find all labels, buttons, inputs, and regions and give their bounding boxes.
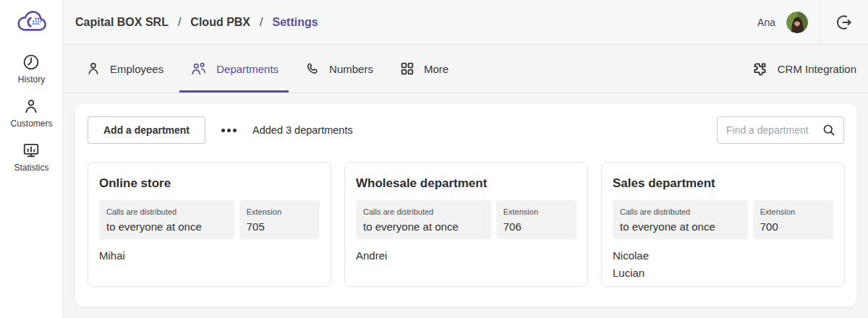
- search-box: [717, 116, 844, 144]
- extension-value: 705: [247, 220, 312, 233]
- tab-label: CRM Integration: [778, 63, 856, 75]
- department-card[interactable]: Online store Calls are distributed to ev…: [88, 162, 331, 287]
- crm-integration-button[interactable]: CRM Integration: [741, 45, 856, 93]
- search-input[interactable]: [726, 124, 822, 136]
- user-avatar[interactable]: [786, 12, 808, 33]
- call-distribution-box: Calls are distributed to everyone at onc…: [99, 200, 234, 239]
- extension-box: Extension 705: [239, 200, 320, 239]
- distribution-value: to everyone at once: [106, 220, 227, 233]
- sidebar-item-statistics[interactable]: Statistics: [14, 141, 48, 173]
- departments-panel: Add a department Added 3 departments: [75, 104, 856, 306]
- tab-bar: Employees Departments Numbers More: [64, 45, 868, 93]
- main-area: Capital BOX SRL / Cloud PBX / Settings A…: [64, 0, 868, 318]
- cloud-phone-logo-icon: [15, 7, 48, 38]
- sidebar-item-label: Customers: [10, 119, 52, 129]
- breadcrumb-account[interactable]: Capital BOX SRL: [75, 16, 169, 29]
- more-options-button[interactable]: [217, 124, 241, 137]
- member-list: NicolaeLucian: [613, 247, 833, 282]
- department-info-row: Calls are distributed to everyone at onc…: [99, 200, 320, 239]
- distribution-label: Calls are distributed: [363, 207, 484, 216]
- extension-label: Extension: [760, 207, 826, 216]
- breadcrumb-separator: /: [178, 16, 181, 29]
- member-name: Andrei: [356, 247, 576, 265]
- statistics-icon: [22, 141, 41, 160]
- extension-box: Extension 700: [753, 200, 833, 239]
- user-area: Ana: [757, 0, 868, 44]
- sidebar-item-label: Statistics: [14, 163, 48, 173]
- extension-value: 706: [503, 220, 569, 233]
- breadcrumb: Capital BOX SRL / Cloud PBX / Settings: [75, 16, 318, 29]
- department-info-row: Calls are distributed to everyone at onc…: [613, 200, 833, 239]
- distribution-value: to everyone at once: [363, 220, 484, 233]
- search-icon[interactable]: [822, 123, 836, 137]
- tab-more[interactable]: More: [389, 45, 459, 93]
- member-list: Andrei: [356, 247, 576, 265]
- departments-toolbar: Add a department Added 3 departments: [88, 116, 844, 144]
- department-info-row: Calls are distributed to everyone at onc…: [356, 200, 576, 239]
- clock-icon: [22, 53, 41, 72]
- app-window: History Customers Statistics Capital BOX…: [0, 0, 868, 318]
- department-name: Sales department: [613, 176, 833, 191]
- extension-label: Extension: [503, 207, 569, 216]
- tab-label: Employees: [110, 63, 163, 75]
- sidebar-item-customers[interactable]: Customers: [10, 97, 52, 129]
- topbar: Capital BOX SRL / Cloud PBX / Settings A…: [64, 0, 868, 45]
- tab-label: Numbers: [329, 63, 373, 75]
- distribution-label: Calls are distributed: [106, 207, 227, 216]
- tab-departments[interactable]: Departments: [179, 45, 289, 93]
- phone-icon: [305, 61, 320, 77]
- departments-count-text: Added 3 departments: [252, 124, 353, 136]
- department-name: Wholesale department: [356, 176, 576, 191]
- tab-employees[interactable]: Employees: [75, 45, 174, 93]
- department-card[interactable]: Sales department Calls are distributed t…: [601, 162, 845, 287]
- member-list: Mihai: [99, 247, 320, 265]
- people-icon: [190, 61, 208, 77]
- brand-logo[interactable]: [15, 7, 48, 38]
- member-name: Lucian: [613, 265, 833, 282]
- department-name: Online store: [99, 176, 320, 191]
- ellipsis-icon: [233, 129, 237, 132]
- extension-value: 700: [760, 220, 826, 233]
- department-card[interactable]: Wholesale department Calls are distribut…: [344, 162, 588, 287]
- add-department-button[interactable]: Add a department: [88, 116, 205, 144]
- sidebar-nav: History Customers Statistics: [10, 53, 52, 185]
- distribution-value: to everyone at once: [620, 220, 741, 233]
- member-name: Mihai: [99, 247, 320, 265]
- breadcrumb-settings[interactable]: Settings: [272, 16, 318, 29]
- tab-label: More: [424, 63, 448, 75]
- logout-icon: [835, 13, 854, 32]
- sidebar: History Customers Statistics: [0, 0, 64, 318]
- sidebar-item-label: History: [18, 74, 45, 85]
- person-icon: [22, 97, 41, 116]
- member-name: Nicolae: [613, 247, 833, 265]
- distribution-label: Calls are distributed: [620, 207, 741, 216]
- call-distribution-box: Calls are distributed to everyone at onc…: [613, 200, 748, 239]
- ellipsis-icon: [221, 129, 225, 132]
- ellipsis-icon: [227, 129, 231, 132]
- breadcrumb-separator: /: [260, 16, 263, 29]
- content-area: Add a department Added 3 departments: [64, 93, 868, 318]
- tab-numbers[interactable]: Numbers: [294, 45, 383, 93]
- call-distribution-box: Calls are distributed to everyone at onc…: [356, 200, 491, 239]
- sidebar-item-history[interactable]: History: [18, 53, 45, 85]
- grid-icon: [399, 61, 415, 77]
- puzzle-icon: [751, 60, 769, 78]
- extension-box: Extension 706: [496, 200, 576, 239]
- person-icon: [85, 61, 101, 77]
- department-cards: Online store Calls are distributed to ev…: [88, 162, 844, 287]
- logout-button[interactable]: [820, 0, 868, 44]
- user-name: Ana: [757, 17, 775, 28]
- extension-label: Extension: [247, 207, 312, 216]
- breadcrumb-cloud-pbx[interactable]: Cloud PBX: [190, 16, 250, 29]
- tab-label: Departments: [216, 63, 278, 75]
